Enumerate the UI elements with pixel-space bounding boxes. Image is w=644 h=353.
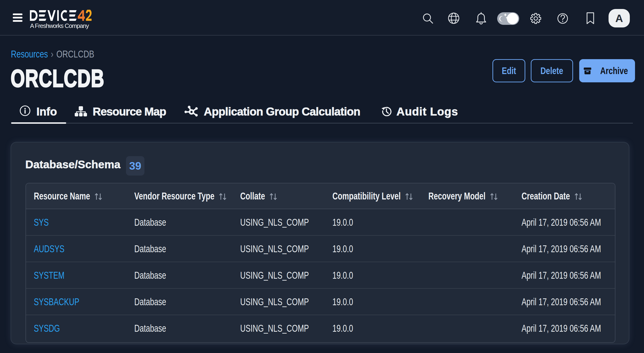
svg-text:A: A	[616, 12, 623, 24]
